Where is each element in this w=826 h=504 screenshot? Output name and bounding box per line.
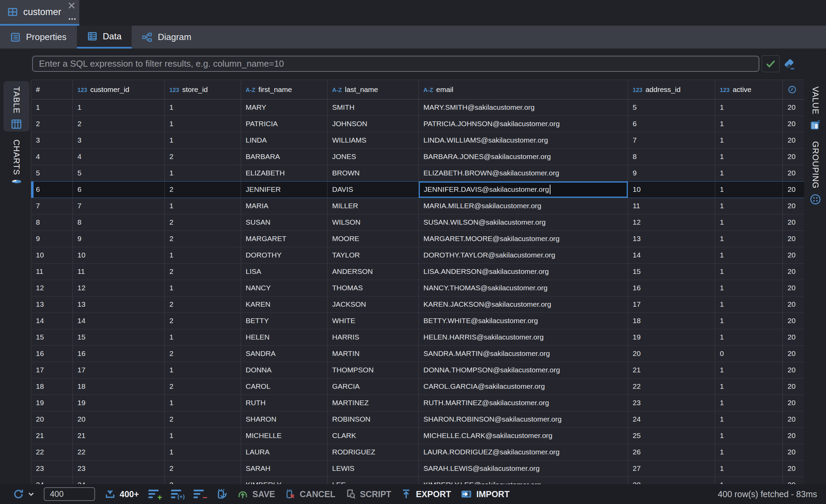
cell[interactable]: ELIZABETH.BROWN@sakilacustomer.org <box>418 165 628 181</box>
cell[interactable]: 2 <box>164 230 241 247</box>
cell[interactable]: 8 <box>31 214 72 230</box>
cell[interactable]: BROWN <box>327 165 418 181</box>
column-header-active[interactable]: 123active <box>715 80 783 99</box>
cell[interactable]: 3 <box>31 132 72 148</box>
cell[interactable]: 2 <box>164 181 241 198</box>
cell[interactable]: 20 <box>783 444 804 460</box>
cell[interactable]: 20 <box>783 230 804 247</box>
cell[interactable]: 1 <box>715 181 783 198</box>
cell[interactable]: 13 <box>628 230 715 247</box>
cell[interactable]: 8 <box>72 214 164 230</box>
cell[interactable]: 14 <box>31 313 72 329</box>
cell[interactable]: 20 <box>783 116 804 132</box>
cell[interactable]: MARIA <box>241 198 327 214</box>
cell[interactable]: 20 <box>31 411 72 427</box>
cell[interactable]: 1 <box>715 99 783 116</box>
cell[interactable]: WILSON <box>327 214 418 230</box>
cell[interactable]: DOROTHY <box>241 247 327 263</box>
cell[interactable]: 13 <box>31 296 72 313</box>
delete-row-button[interactable]: − <box>194 488 206 500</box>
cell[interactable]: 1 <box>164 198 241 214</box>
cell[interactable]: 5 <box>72 165 164 181</box>
save-button[interactable]: SAVE <box>237 489 275 500</box>
cell[interactable]: 23 <box>31 460 72 477</box>
cell[interactable]: PATRICIA <box>241 116 327 132</box>
cell[interactable]: 17 <box>72 362 164 378</box>
export-button[interactable]: EXPORT <box>401 489 451 500</box>
cell[interactable]: 20 <box>783 329 804 345</box>
close-icon[interactable]: ✕ <box>67 1 76 11</box>
cell[interactable]: 15 <box>72 329 164 345</box>
cell[interactable]: THOMPSON <box>327 362 418 378</box>
refresh-button[interactable] <box>13 489 34 500</box>
cell[interactable]: 20 <box>783 378 804 395</box>
cell[interactable]: LISA.ANDERSON@sakilacustomer.org <box>418 263 628 280</box>
cell[interactable]: 2 <box>164 460 241 477</box>
column-header-last_name[interactable]: A-Zlast_name <box>327 80 418 99</box>
cell[interactable]: 20 <box>783 411 804 427</box>
cell[interactable]: 1 <box>715 116 783 132</box>
cell[interactable]: 1 <box>31 99 72 116</box>
cell[interactable]: 2 <box>164 345 241 362</box>
cell[interactable]: SHARON <box>241 411 327 427</box>
duplicate-row-button[interactable]: (+) <box>171 488 184 500</box>
cell[interactable]: 1 <box>72 99 164 116</box>
cell[interactable]: 18 <box>72 378 164 395</box>
cell[interactable]: TAYLOR <box>327 247 418 263</box>
cell[interactable]: 2 <box>164 263 241 280</box>
cell[interactable]: 20 <box>783 313 804 329</box>
cell[interactable]: 28 <box>628 477 715 484</box>
cell[interactable]: 20 <box>783 477 804 484</box>
cell[interactable]: MARIA.MILLER@sakilacustomer.org <box>418 198 628 214</box>
cell[interactable]: 20 <box>72 411 164 427</box>
cell[interactable]: 1 <box>164 116 241 132</box>
cell[interactable]: ANDERSON <box>327 263 418 280</box>
cell[interactable]: 20 <box>783 460 804 477</box>
cell[interactable]: LAURA.RODRIGUEZ@sakilacustomer.org <box>418 444 628 460</box>
cell[interactable]: 1 <box>715 444 783 460</box>
cell[interactable]: 1 <box>715 378 783 395</box>
cell[interactable]: LAURA <box>241 444 327 460</box>
cell[interactable]: 1 <box>715 214 783 230</box>
cell[interactable]: 26 <box>628 444 715 460</box>
cell[interactable]: 1 <box>164 329 241 345</box>
cell[interactable]: 20 <box>783 296 804 313</box>
cell[interactable]: 22 <box>31 444 72 460</box>
cell[interactable]: KIMBERLY <box>241 477 327 484</box>
cell[interactable]: DOROTHY.TAYLOR@sakilacustomer.org <box>418 247 628 263</box>
cell[interactable]: 20 <box>783 214 804 230</box>
cell[interactable]: 14 <box>628 247 715 263</box>
column-header-customer_id[interactable]: 123customer_id <box>72 80 164 99</box>
cell[interactable]: 21 <box>628 362 715 378</box>
cell[interactable]: 18 <box>31 378 72 395</box>
cell[interactable]: 22 <box>628 378 715 395</box>
apply-filter-button[interactable] <box>762 55 780 72</box>
cell[interactable]: 18 <box>628 313 715 329</box>
cell[interactable]: 1 <box>715 280 783 296</box>
cell[interactable]: HARRIS <box>327 329 418 345</box>
cell[interactable]: LEE <box>327 477 418 484</box>
cell[interactable]: RUTH <box>241 395 327 411</box>
cell[interactable]: 20 <box>783 132 804 148</box>
cell[interactable]: 24 <box>628 411 715 427</box>
cell[interactable]: 23 <box>628 395 715 411</box>
cell[interactable]: 1 <box>164 280 241 296</box>
cell[interactable]: 1 <box>715 395 783 411</box>
cell[interactable]: 2 <box>164 378 241 395</box>
script-button[interactable]: SCRIPT <box>345 489 391 500</box>
column-header-#[interactable]: # <box>31 80 72 99</box>
cell[interactable]: 11 <box>628 198 715 214</box>
cell[interactable]: KAREN <box>241 296 327 313</box>
tab-properties[interactable]: Properties <box>0 26 77 49</box>
cell[interactable]: LISA <box>241 263 327 280</box>
cell[interactable]: 10 <box>72 247 164 263</box>
cell[interactable]: 7 <box>31 198 72 214</box>
cell[interactable]: 6 <box>72 181 164 198</box>
cell[interactable]: MARGARET.MOORE@sakilacustomer.org <box>418 230 628 247</box>
cell[interactable]: 1 <box>164 362 241 378</box>
cell[interactable]: BARBARA.JONES@sakilacustomer.org <box>418 148 628 165</box>
cell[interactable]: 1 <box>164 247 241 263</box>
cell[interactable]: 25 <box>628 427 715 444</box>
cell[interactable]: 6 <box>31 181 72 198</box>
cell[interactable]: ELIZABETH <box>241 165 327 181</box>
